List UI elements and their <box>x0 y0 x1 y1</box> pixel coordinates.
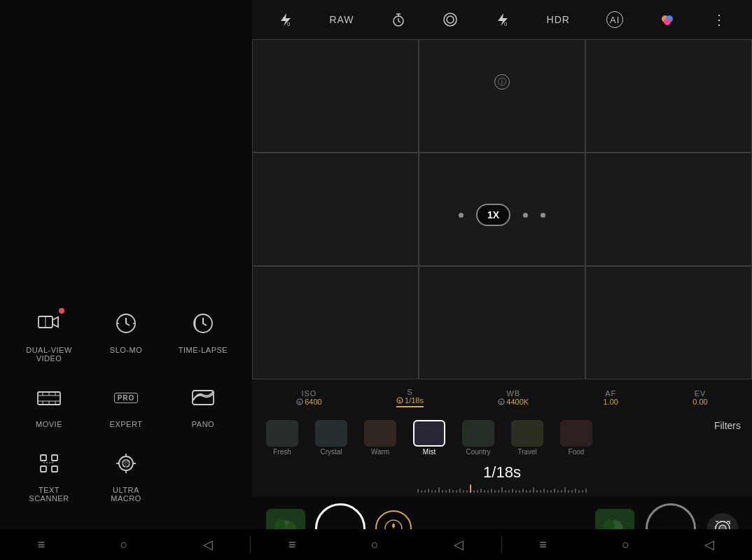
nav-back-center[interactable]: ◁ <box>454 537 464 552</box>
mode-label-movie: MOVIE <box>36 420 62 428</box>
filter-thumb-travel <box>511 420 543 447</box>
ev-label: EV <box>695 389 706 398</box>
nav-section-center: ≡ ○ ◁ <box>251 529 501 560</box>
mode-grid: DUAL-VIEW VIDEO SLO-MO TIM <box>0 287 252 515</box>
shutter-slider[interactable] <box>252 482 752 496</box>
colors-button[interactable] <box>660 12 675 27</box>
info-icon[interactable]: ⓘ <box>494 74 510 90</box>
zoom-dot-3 <box>541 213 545 218</box>
left-panel: DUAL-VIEW VIDEO SLO-MO TIM <box>0 0 252 560</box>
mode-label-dual-view: DUAL-VIEW VIDEO <box>17 346 81 363</box>
mode-slo-mo[interactable]: SLO-MO <box>91 301 161 368</box>
more-button[interactable]: ⋮ <box>712 11 727 28</box>
filter-fresh[interactable]: Fresh <box>258 420 307 456</box>
grid-cell <box>585 153 752 266</box>
svg-point-30 <box>447 16 454 23</box>
filter-name-country: Country <box>466 448 490 456</box>
setting-s[interactable]: S 1/18s <box>396 388 424 407</box>
filter-warm[interactable]: Warm <box>356 420 405 456</box>
svg-rect-14 <box>41 455 46 461</box>
svg-text:0: 0 <box>504 21 508 27</box>
setting-ev[interactable]: EV 0.00 <box>692 389 707 406</box>
filter-thumb-crystal <box>315 420 347 447</box>
nav-back-right[interactable]: ◁ <box>704 537 714 552</box>
zoom-dot-2 <box>523 213 528 218</box>
grid-cell <box>419 266 585 379</box>
af-label: AF <box>605 389 616 398</box>
ai-button[interactable]: AI <box>606 11 623 28</box>
nav-menu-right[interactable]: ≡ <box>539 538 547 552</box>
nav-home-left[interactable]: ○ <box>120 538 127 552</box>
nav-menu-left[interactable]: ≡ <box>38 538 46 552</box>
filter-name-travel: Travel <box>517 448 536 456</box>
mode-movie[interactable]: MOVIE <box>14 375 84 434</box>
filter-travel[interactable]: Travel <box>503 420 552 456</box>
nav-home-center[interactable]: ○ <box>371 538 379 552</box>
hdr-label: HDR <box>547 14 570 25</box>
grid-cell <box>585 39 752 153</box>
focus-button[interactable] <box>443 12 458 27</box>
filter-name-crystal: Crystal <box>320 448 342 456</box>
grid-cell <box>585 266 752 379</box>
filter-name-fresh: Fresh <box>273 448 291 456</box>
shutter-value: 1/18s <box>483 463 521 482</box>
viewfinder[interactable]: ⓘ 1X <box>252 39 752 379</box>
shutter-area: 1/18s <box>252 459 752 497</box>
filter-crystal[interactable]: Crystal <box>307 420 356 456</box>
filter-thumb-mist <box>413 420 445 447</box>
wb-value: 4400K <box>498 398 529 406</box>
nav-section-left: ≡ ○ ◁ <box>0 529 250 560</box>
filter-food[interactable]: Food <box>552 420 601 456</box>
flash2-button[interactable]: 0 <box>494 12 510 27</box>
mode-label-ultra-macro: ULTRAMACRO <box>111 486 141 503</box>
filter-thumb-food <box>560 420 592 447</box>
ev-value: 0.00 <box>692 398 707 406</box>
grid-cell <box>252 266 419 379</box>
nav-home-right[interactable]: ○ <box>622 538 629 552</box>
pro-badge: PRO <box>114 393 139 403</box>
filter-name-mist: Mist <box>423 448 436 456</box>
mode-time-lapse[interactable]: TIME-LAPSE <box>168 301 238 368</box>
raw-label: RAW <box>329 14 354 25</box>
nav-bar: ≡ ○ ◁ ≡ ○ ◁ ≡ ○ ◁ <box>0 529 752 560</box>
setting-iso[interactable]: ISO 6400 <box>296 389 321 406</box>
filter-country[interactable]: Country <box>454 420 503 456</box>
svg-rect-17 <box>52 466 57 472</box>
filter-thumb-fresh <box>266 420 298 447</box>
filter-mist[interactable]: Mist <box>405 420 454 456</box>
settings-row: ISO 6400 S 1/18s WB 4400K AF 1.00 <box>252 379 752 416</box>
zoom-pill[interactable]: 1X <box>476 204 510 226</box>
grid-cell <box>419 39 585 153</box>
iso-label: ISO <box>301 389 316 398</box>
setting-wb[interactable]: WB 4400K <box>498 389 529 406</box>
af-value: 1.00 <box>604 398 618 406</box>
zoom-control: 1X <box>459 204 545 226</box>
more-dots: ⋮ <box>712 11 727 28</box>
timer-button[interactable] <box>391 12 406 27</box>
mode-pano[interactable]: PANO <box>168 375 238 434</box>
nav-section-right: ≡ ○ ◁ <box>502 529 752 560</box>
mode-label-time-lapse: TIME-LAPSE <box>179 346 228 354</box>
camera-view: 0 RAW 0 HDR <box>252 0 752 560</box>
mode-dual-view-video[interactable]: DUAL-VIEW VIDEO <box>14 301 84 368</box>
setting-af[interactable]: AF 1.00 <box>604 389 618 406</box>
nav-menu-center[interactable]: ≡ <box>288 538 296 552</box>
mode-ultra-macro[interactable]: ULTRAMACRO <box>91 441 161 508</box>
grid-cell <box>252 39 419 153</box>
hdr-button[interactable]: HDR <box>547 14 570 25</box>
svg-text:0: 0 <box>287 21 291 27</box>
flash-auto-button[interactable]: 0 <box>277 12 293 27</box>
filters-header: Filters <box>714 420 741 431</box>
raw-button[interactable]: RAW <box>329 14 354 25</box>
mode-label-slo-mo: SLO-MO <box>110 346 142 354</box>
iso-value: 6400 <box>296 398 321 406</box>
zoom-dot-1 <box>459 213 464 218</box>
nav-back-left[interactable]: ◁ <box>203 537 213 552</box>
filter-name-food: Food <box>569 448 585 456</box>
wb-label: WB <box>506 389 520 398</box>
mode-text-scanner[interactable]: TEXTSCANNER <box>14 441 84 508</box>
mode-label-expert: EXPERT <box>110 420 143 428</box>
mode-expert[interactable]: PRO EXPERT <box>91 375 161 434</box>
s-value: 1/18s <box>396 396 424 405</box>
mode-label-text-scanner: TEXTSCANNER <box>29 486 69 503</box>
